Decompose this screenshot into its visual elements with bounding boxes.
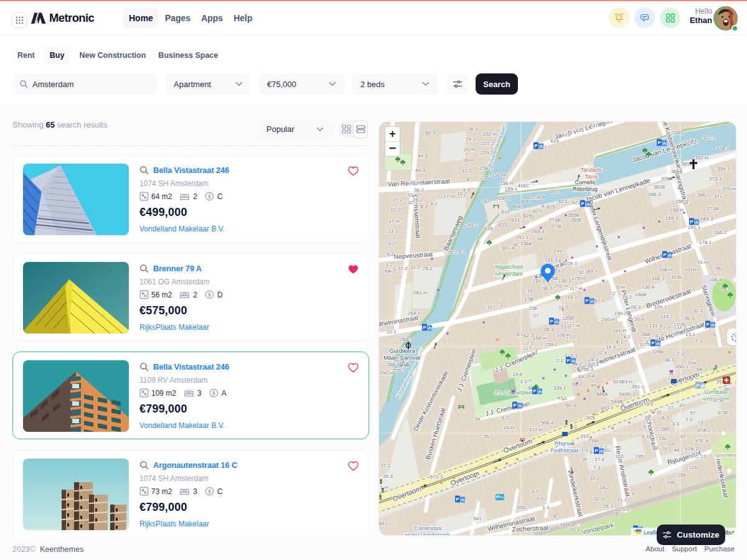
svg-text:159-1: 159-1 (665, 215, 679, 221)
svg-text:541: 541 (379, 521, 387, 526)
svg-text:31-2: 31-2 (410, 264, 421, 270)
svg-text:35: 35 (716, 379, 722, 385)
svg-text:26-2: 26-2 (413, 197, 423, 203)
svg-text:91-H: 91-H (697, 259, 708, 265)
svg-text:7-1: 7-1 (593, 465, 601, 470)
svg-text:109-1: 109-1 (654, 304, 667, 310)
svg-text:273A: 273A (707, 206, 719, 212)
svg-text:158-H: 158-H (670, 207, 684, 213)
svg-text:44-3: 44-3 (418, 153, 428, 159)
svg-text:3F: 3F (581, 457, 587, 462)
svg-text:16-2: 16-2 (448, 250, 458, 255)
svg-text:619: 619 (550, 138, 559, 144)
svg-text:130-3: 130-3 (558, 278, 571, 284)
svg-text:5: 5 (643, 424, 646, 429)
svg-text:P: P (696, 383, 700, 388)
svg-text:17-H: 17-H (443, 194, 454, 199)
svg-text:505: 505 (517, 505, 525, 510)
svg-text:4: 4 (632, 491, 635, 497)
svg-text:130-3: 130-3 (532, 278, 545, 284)
svg-text:273E: 273E (551, 223, 563, 229)
svg-text:627: 627 (533, 208, 542, 214)
svg-text:15L: 15L (659, 436, 667, 441)
svg-text:P: P (550, 319, 553, 324)
svg-text:166-2: 166-2 (714, 230, 727, 235)
svg-text:629: 629 (523, 213, 532, 218)
svg-text:373F: 373F (717, 410, 728, 416)
svg-text:3-3: 3-3 (672, 421, 679, 427)
svg-text:97E-4: 97E-4 (695, 438, 708, 444)
svg-text:108-H: 108-H (659, 267, 672, 273)
svg-text:6: 6 (649, 485, 652, 490)
svg-text:Hotel Vondelpark: Hotel Vondelpark (405, 531, 451, 536)
svg-text:P: P (456, 497, 459, 502)
svg-text:382B: 382B (654, 184, 665, 190)
svg-text:506-4: 506-4 (541, 420, 554, 426)
svg-text:60-3: 60-3 (566, 403, 576, 408)
svg-text:9A-1: 9A-1 (697, 366, 707, 372)
svg-text:14-H: 14-H (503, 425, 514, 431)
svg-text:391-1: 391-1 (632, 384, 645, 390)
svg-text:200-H: 200-H (601, 317, 615, 322)
svg-text:291-1: 291-1 (688, 225, 701, 230)
svg-text:6A-2: 6A-2 (385, 268, 396, 274)
svg-text:450-1: 450-1 (676, 364, 689, 370)
svg-text:34: 34 (475, 416, 481, 422)
svg-text:25-2: 25-2 (423, 266, 433, 271)
svg-text:5: 5 (713, 332, 716, 337)
svg-text:159-1: 159-1 (505, 186, 518, 192)
svg-text:2-3: 2-3 (677, 351, 684, 357)
svg-text:1-1: 1-1 (581, 447, 588, 453)
svg-text:493-1: 493-1 (601, 405, 614, 411)
svg-text:P: P (585, 298, 589, 304)
svg-text:236: 236 (481, 175, 489, 180)
svg-text:3-2: 3-2 (531, 488, 538, 494)
svg-text:103L: 103L (671, 274, 682, 280)
svg-text:604: 604 (537, 194, 545, 200)
svg-text:608: 608 (512, 203, 521, 209)
svg-text:268-3: 268-3 (400, 337, 413, 342)
svg-text:505: 505 (586, 415, 595, 421)
svg-text:12-2: 12-2 (462, 168, 472, 174)
svg-text:334G: 334G (672, 130, 684, 136)
svg-text:37-2: 37-2 (398, 266, 408, 271)
svg-text:178-1: 178-1 (699, 240, 712, 245)
svg-text:28-1: 28-1 (467, 126, 478, 132)
svg-text:130-4: 130-4 (642, 284, 655, 290)
svg-text:10: 10 (644, 415, 650, 421)
svg-text:158-H: 158-H (500, 180, 514, 186)
svg-text:18-4: 18-4 (560, 522, 570, 528)
svg-text:35: 35 (484, 434, 489, 439)
svg-text:8: 8 (553, 513, 557, 519)
svg-text:20-4: 20-4 (634, 317, 645, 322)
svg-text:129D: 129D (652, 349, 664, 355)
svg-text:?: ? (734, 334, 736, 340)
svg-text:1-1: 1-1 (520, 379, 527, 385)
svg-text:290-H: 290-H (380, 370, 393, 376)
svg-text:572-3: 572-3 (430, 474, 443, 480)
svg-text:P: P (513, 403, 517, 408)
svg-text:540D-1: 540D-1 (619, 391, 636, 397)
svg-text:50-3: 50-3 (425, 130, 436, 136)
svg-text:20-3: 20-3 (570, 527, 580, 533)
svg-text:245-2: 245-2 (465, 222, 478, 228)
svg-text:21-2: 21-2 (390, 207, 401, 213)
svg-text:129D: 129D (562, 315, 574, 321)
svg-text:4: 4 (558, 258, 561, 264)
svg-text:16-3: 16-3 (631, 304, 641, 310)
svg-text:264-1: 264-1 (408, 310, 421, 316)
svg-text:47-1: 47-1 (557, 395, 568, 401)
svg-text:22-1: 22-1 (387, 329, 397, 335)
svg-text:P: P (657, 140, 661, 146)
svg-text:21-1: 21-1 (617, 497, 627, 503)
svg-text:39-3: 39-3 (383, 474, 393, 479)
svg-text:154-H: 154-H (533, 335, 547, 341)
svg-text:11-2: 11-2 (558, 304, 568, 310)
svg-text:32-1: 32-1 (693, 308, 703, 314)
svg-text:28: 28 (613, 511, 619, 516)
svg-text:6-3: 6-3 (655, 333, 663, 338)
svg-text:Feithstraat: Feithstraat (551, 447, 579, 454)
svg-text:193-1: 193-1 (565, 294, 578, 300)
svg-text:242: 242 (481, 198, 489, 204)
svg-text:229-2: 229-2 (481, 150, 494, 156)
